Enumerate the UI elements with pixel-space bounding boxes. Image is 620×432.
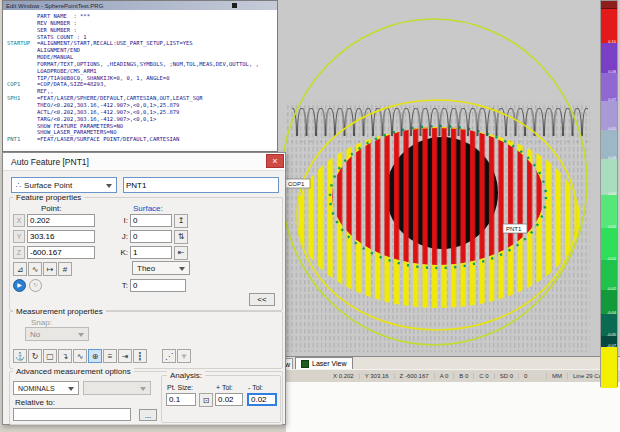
relative-to-input[interactable]	[13, 408, 131, 421]
reexecute-icon: ↻	[29, 279, 42, 292]
wave-icon[interactable]: ∿	[28, 262, 42, 276]
grid-icon[interactable]: #	[58, 262, 72, 276]
code-line: PNT1=FEAT/LASER/SURFACE POINT/DEFAULT,CA…	[7, 136, 277, 143]
code-line: TIP/T1A90B0C0, SHANKIJK=0, 0, 1, ANGLE=0	[7, 75, 277, 82]
colorbar-segment	[601, 347, 617, 388]
k-vector-input[interactable]	[130, 246, 172, 259]
analysis-label: Analysis:	[167, 371, 205, 380]
code-line: COP1=COP/DATA,SIZE=48293,	[7, 81, 277, 88]
code-line: TARG/<0.202,303.16,-412.907>,<0,0,1>	[7, 116, 277, 123]
code-line: LOADPROBE/CMS_ARM1	[7, 68, 277, 75]
y-coordinate-row: Y	[13, 230, 95, 243]
laser-view-icon	[301, 360, 309, 368]
snap-label: Snap:	[31, 318, 52, 327]
colorbar-segment	[601, 314, 617, 336]
code-line: SHOW FEATURE PARAMETERS=NO	[7, 123, 277, 130]
align-vector-icon[interactable]: ⇅	[174, 230, 188, 244]
secondary-dropdown	[83, 381, 151, 395]
chevron-down-icon	[78, 333, 84, 340]
feature-type-dropdown[interactable]: ∴ Surface Point	[11, 177, 117, 193]
span-icon[interactable]: ↦	[43, 262, 57, 276]
t-input[interactable]	[130, 279, 186, 292]
svg-text:PNT1: PNT1	[506, 226, 522, 232]
colorbar-segment	[601, 130, 617, 159]
crosshair-icon[interactable]: ⊕	[88, 349, 102, 363]
code-line: STATS COUNT : 1	[7, 34, 277, 41]
flip-normal-icon[interactable]: ↥	[174, 214, 188, 228]
code-area[interactable]: PART NAME : ***REV NUMBER :SER NUMBER :S…	[3, 10, 277, 143]
status-bar: X 0.202Y 303.16Z -600.167A 0B 0C 0SD 00M…	[278, 369, 620, 382]
offset-icon[interactable]: ⇥	[118, 349, 132, 363]
tab-laser-view[interactable]: Laser View	[295, 357, 353, 369]
axes-icon[interactable]: ⊿	[13, 262, 27, 276]
rotate-icon[interactable]: ↻	[28, 349, 42, 363]
collapse-button[interactable]: <<	[249, 293, 275, 306]
plus-tol-input[interactable]	[215, 393, 243, 406]
level-icon[interactable]: ≡	[103, 349, 117, 363]
code-line: ALIGNMENT/END	[7, 47, 277, 54]
y-axis-button[interactable]: Y	[13, 230, 25, 243]
i-vector-input[interactable]	[130, 214, 172, 227]
region-icon[interactable]: ▢	[43, 349, 57, 363]
edit-window-titlebar: Edit Window - SpherePointTest.PRG	[3, 1, 277, 10]
y-coordinate-input[interactable]	[27, 230, 95, 243]
edit-window-title: Edit Window - SpherePointTest.PRG	[6, 3, 103, 9]
nominals-dropdown[interactable]: NOMINALS	[13, 381, 79, 395]
z-axis-button[interactable]: Z	[13, 246, 25, 259]
path-points-icon[interactable]: ⋰	[162, 349, 176, 363]
view-tabs: w Laser View	[278, 356, 620, 369]
browse-button[interactable]: ...	[139, 409, 157, 421]
surface-label[interactable]: Surface:	[133, 204, 163, 213]
z-coordinate-input[interactable]	[27, 246, 95, 259]
anchor-icon[interactable]: ⚓	[13, 349, 27, 363]
k-vector-row: K: ⇤	[115, 246, 188, 259]
x-coordinate-input[interactable]	[27, 214, 95, 227]
trend-icon[interactable]: ∿	[73, 349, 87, 363]
cop-feature-label[interactable]: COP1	[285, 179, 310, 188]
dialog-titlebar[interactable]: Auto Feature [PNT1]	[3, 153, 285, 171]
code-line: SHOW_LASER_PARAMETERS=NO	[7, 129, 277, 136]
j-vector-row: J: ⇅	[115, 230, 188, 243]
measurement-toolbar: ⚓↻▢↴∿⊕≡⇥┇⋰▼	[13, 349, 191, 363]
code-line: PART NAME : ***	[7, 13, 277, 20]
code-line: FORMAT/TEXT,OPTIONS, ,HEADINGS,SYMBOLS, …	[7, 61, 277, 68]
feature-properties-label: Feature properties	[13, 193, 84, 202]
laser-3d-view[interactable]: COP1 PNT1	[278, 0, 620, 356]
point-toolbar: ⊿∿↦#	[13, 262, 72, 276]
chevron-down-icon	[68, 387, 74, 394]
close-icon[interactable]: ×	[266, 154, 284, 168]
code-line: ACTL/<0.202,303.16,-412.907>,<0,0,1>,25.…	[7, 109, 277, 116]
dialog-title: Auto Feature [PNT1]	[11, 157, 89, 167]
colorbar-segment	[601, 290, 617, 314]
status-item: C 0	[473, 373, 493, 379]
chevron-down-icon	[179, 267, 185, 274]
snap-vector-icon[interactable]: ⇤	[174, 246, 188, 260]
pnt-feature-label[interactable]: PNT1	[503, 224, 527, 233]
points-icon[interactable]: ┇	[133, 349, 147, 363]
colorbar-header	[601, 1, 617, 9]
execute-icon[interactable]: ▶	[13, 279, 26, 292]
scan-arch-outlines	[292, 108, 588, 142]
theo-dropdown[interactable]: Theo	[132, 261, 190, 275]
code-line: SPH1=FEAT/LASER/SPHERE/DEFAULT,CARTESIAN…	[7, 95, 277, 102]
pointsize-view-icon[interactable]: ⊡	[199, 393, 213, 407]
colorbar-segment	[601, 260, 617, 290]
code-line: STARTUP=ALIGNMENT/START,RECALL:USE_PART_…	[7, 40, 277, 47]
status-item: Z -600.167	[394, 373, 434, 379]
status-item: A 0	[434, 373, 454, 379]
chevron-down-icon	[140, 387, 146, 394]
chevron-down-icon	[106, 184, 112, 191]
feature-name-input[interactable]	[123, 177, 279, 193]
x-axis-button[interactable]: X	[13, 214, 25, 227]
x-coordinate-row: X	[13, 214, 95, 227]
status-item: MM	[546, 373, 567, 379]
window-menu-icon[interactable]	[232, 3, 237, 8]
colorbar-segment	[601, 336, 617, 347]
j-vector-input[interactable]	[130, 230, 172, 243]
minus-tol-input[interactable]	[247, 393, 277, 406]
plus-tol-label: + Tol:	[216, 384, 233, 391]
colorbar-segment	[601, 159, 617, 195]
pt-size-input[interactable]	[166, 393, 196, 406]
code-line: SER NUMBER :	[7, 27, 277, 34]
route-icon[interactable]: ↴	[58, 349, 72, 363]
